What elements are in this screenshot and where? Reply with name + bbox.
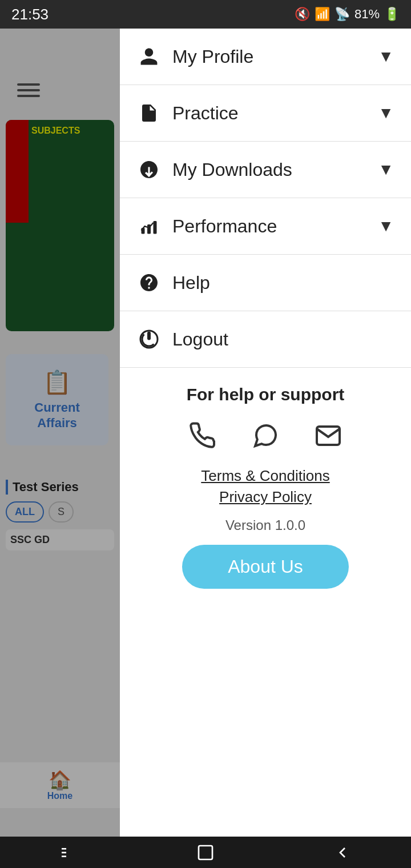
menu-item-left-my-profile: My Profile	[137, 45, 253, 69]
svg-rect-10	[62, 851, 66, 853]
phone-button[interactable]	[183, 416, 223, 456]
overlay-dim	[0, 29, 120, 839]
menu-item-logout[interactable]: Logout	[120, 311, 411, 368]
signal-icon: 📡	[335, 7, 350, 22]
person-icon	[137, 45, 161, 69]
version-label: Version 1.0.0	[225, 517, 305, 533]
performance-chevron: ▼	[378, 217, 394, 235]
svg-point-0	[146, 112, 149, 115]
nav-home-button[interactable]	[196, 843, 215, 862]
about-us-button[interactable]: About Us	[182, 545, 349, 589]
logout-icon	[137, 327, 161, 351]
status-bar: 21:53 🔇 📶 📡 81% 🔋	[0, 0, 411, 29]
performance-label: Performance	[172, 216, 277, 237]
menu-item-left-help: Help	[137, 271, 210, 295]
status-icons: 🔇 📶 📡 81% 🔋	[295, 7, 400, 22]
my-downloads-label: My Downloads	[172, 159, 292, 180]
practice-chevron: ▼	[378, 104, 394, 122]
svg-rect-6	[154, 221, 157, 234]
menu-item-performance[interactable]: Performance ▼	[120, 198, 411, 255]
svg-rect-2	[150, 113, 155, 115]
links-section: Terms & Conditions Privacy Policy	[201, 467, 329, 506]
logout-label: Logout	[172, 329, 228, 350]
menu-item-left-performance: Performance	[137, 214, 277, 238]
svg-rect-8	[147, 332, 151, 340]
performance-icon	[137, 214, 161, 238]
drawer-panel: My Profile ▼ Practice ▼	[120, 29, 411, 839]
menu-item-left-practice: Practice	[137, 101, 239, 125]
terms-conditions-link[interactable]: Terms & Conditions	[201, 467, 329, 485]
nav-back-button[interactable]	[333, 843, 352, 862]
practice-icon	[137, 101, 161, 125]
menu-item-help[interactable]: Help	[120, 255, 411, 311]
svg-point-1	[146, 116, 149, 119]
whatsapp-button[interactable]	[245, 416, 285, 456]
menu-item-practice[interactable]: Practice ▼	[120, 85, 411, 142]
my-downloads-chevron: ▼	[378, 160, 394, 179]
privacy-policy-link[interactable]: Privacy Policy	[219, 488, 312, 506]
my-profile-label: My Profile	[172, 46, 253, 67]
help-label: Help	[172, 272, 210, 294]
practice-label: Practice	[172, 103, 239, 124]
svg-rect-9	[62, 848, 66, 850]
email-button[interactable]	[308, 416, 348, 456]
support-title: For help or support	[187, 385, 345, 404]
mute-icon: 🔇	[295, 7, 310, 22]
status-time: 21:53	[11, 6, 49, 23]
svg-rect-11	[62, 855, 66, 857]
svg-rect-12	[199, 846, 212, 859]
bottom-nav-bar	[0, 837, 411, 868]
svg-rect-3	[150, 116, 155, 118]
menu-item-my-downloads[interactable]: My Downloads ▼	[120, 142, 411, 198]
download-icon	[137, 158, 161, 182]
help-icon	[137, 271, 161, 295]
menu-item-my-profile[interactable]: My Profile ▼	[120, 29, 411, 85]
menu-item-left-logout: Logout	[137, 327, 228, 351]
support-section: For help or support	[120, 368, 411, 839]
menu-item-left-my-downloads: My Downloads	[137, 158, 292, 182]
support-icons-row	[183, 416, 348, 456]
wifi-icon: 📶	[315, 7, 330, 22]
battery-text: 81%	[354, 7, 380, 22]
battery-icon: 🔋	[384, 7, 400, 22]
nav-menu-button[interactable]	[59, 843, 78, 862]
my-profile-chevron: ▼	[378, 47, 394, 66]
